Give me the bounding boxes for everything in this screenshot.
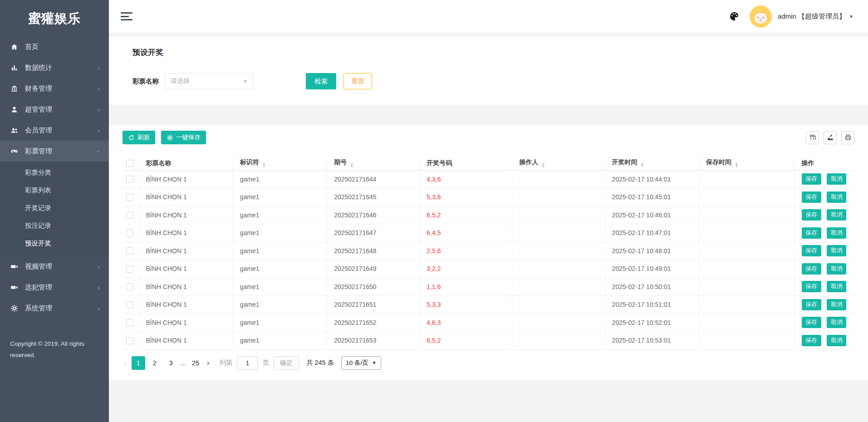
cell-draw-numbers: 4,3,6 <box>420 170 512 188</box>
user-menu[interactable]: admin 【超级管理员】 ▼ <box>778 12 853 21</box>
goto-page-input[interactable] <box>237 356 258 370</box>
sidebar-item-label: 超管管理 <box>25 105 52 114</box>
row-checkbox[interactable] <box>126 319 133 326</box>
row-save-button[interactable]: 保存 <box>802 191 821 203</box>
table-panel: 刷新 一键保存 <box>109 125 868 380</box>
select-all-checkbox[interactable] <box>126 160 133 167</box>
row-save-button[interactable]: 保存 <box>802 209 821 221</box>
row-checkbox[interactable] <box>126 265 133 273</box>
cell-save-time <box>699 314 794 332</box>
sidebar-item-lottery[interactable]: 彩票管理 › <box>0 141 109 162</box>
submenu-item-lottery-list[interactable]: 彩票列表 <box>0 182 109 199</box>
row-checkbox[interactable] <box>126 337 133 344</box>
cell-draw-time: 2025-02-17 10:50:01 <box>605 278 699 296</box>
page-number[interactable]: 25 <box>189 356 202 370</box>
sidebar-item-finance[interactable]: 财务管理 › <box>0 78 109 99</box>
menu-toggle-icon[interactable] <box>121 10 132 23</box>
row-cancel-button[interactable]: 取消 <box>827 191 846 203</box>
cell-lottery-name: BÌNH CHỌN 1 <box>139 332 233 350</box>
cell-operator <box>512 242 605 260</box>
avatar[interactable] <box>750 5 772 28</box>
cell-save-time <box>699 206 794 224</box>
chevron-right-icon: › <box>98 106 100 113</box>
gamepad-icon <box>9 147 19 155</box>
row-checkbox[interactable] <box>126 194 133 201</box>
sidebar-item-home[interactable]: 首页 <box>0 36 109 57</box>
next-page-icon[interactable]: › <box>205 358 215 368</box>
row-cancel-button[interactable]: 取消 <box>827 209 846 221</box>
chevron-right-icon: › <box>98 127 100 134</box>
cell-lottery-name: BÌNH CHỌN 1 <box>139 224 233 242</box>
page-number[interactable]: 2 <box>148 356 162 370</box>
sidebar-submenu: 彩票分类 彩票列表 开奖记录 投注记录 预设开奖 <box>0 162 109 256</box>
sidebar-item-superadmin[interactable]: 超管管理 › <box>0 99 109 120</box>
row-cancel-button[interactable]: 取消 <box>827 245 846 256</box>
submenu-item-preset-draw[interactable]: 预设开奖 <box>0 235 109 252</box>
sidebar-item-concubine[interactable]: 选妃管理 › <box>0 277 109 298</box>
row-checkbox[interactable] <box>126 247 133 255</box>
header-issue[interactable]: 期号▲▼ <box>327 157 420 170</box>
row-save-button[interactable]: 保存 <box>802 317 821 328</box>
theme-palette-icon[interactable] <box>729 11 740 22</box>
row-cancel-button[interactable]: 取消 <box>827 299 846 310</box>
columns-icon[interactable] <box>806 131 819 144</box>
row-save-button[interactable]: 保存 <box>802 335 821 346</box>
page-title: 预设开奖 <box>132 47 854 58</box>
row-cancel-button[interactable]: 取消 <box>827 227 846 239</box>
prev-page-icon[interactable]: ‹ <box>123 358 132 368</box>
header-save-time[interactable]: 保存时间▲▼ <box>699 157 794 170</box>
page-number[interactable]: 3 <box>164 356 178 370</box>
cell-lottery-name: BÌNH CHỌN 1 <box>139 170 233 188</box>
main-area: admin 【超级管理员】 ▼ 预设开奖 彩票名称 请选择 ▼ 检索 重置 <box>109 0 868 422</box>
row-cancel-button[interactable]: 取消 <box>827 263 846 275</box>
goto-confirm-button[interactable]: 确定 <box>274 356 299 370</box>
sort-icon[interactable]: ▲▼ <box>541 162 545 168</box>
row-checkbox[interactable] <box>126 176 133 183</box>
page-size-select[interactable]: 10 条/页 ▼ <box>341 356 381 370</box>
row-cancel-button[interactable]: 取消 <box>827 173 846 185</box>
sidebar-item-video[interactable]: 视频管理 › <box>0 256 109 277</box>
submenu-item-draw-records[interactable]: 开奖记录 <box>0 199 109 217</box>
save-all-button[interactable]: 一键保存 <box>161 131 206 144</box>
export-icon[interactable] <box>824 131 837 144</box>
reset-button[interactable]: 重置 <box>343 73 372 89</box>
row-save-button[interactable]: 保存 <box>802 281 821 292</box>
row-save-button[interactable]: 保存 <box>802 299 821 310</box>
refresh-button[interactable]: 刷新 <box>123 131 155 144</box>
sort-icon[interactable]: ▲▼ <box>350 162 353 168</box>
sidebar-item-statistics[interactable]: 数据统计 › <box>0 57 109 78</box>
submenu-item-bet-records[interactable]: 投注记录 <box>0 217 109 235</box>
row-checkbox[interactable] <box>126 283 133 290</box>
print-icon[interactable] <box>841 131 854 144</box>
sort-icon[interactable]: ▲▼ <box>262 162 266 168</box>
row-cancel-button[interactable]: 取消 <box>827 281 846 292</box>
page-number[interactable]: 1 <box>132 356 145 370</box>
table-row: BÌNH CHỌN 1 game1 202502171647 6,4,5 202… <box>123 224 854 242</box>
preset-draw-table: 彩票名称 标识符▲▼ 期号▲▼ 开奖号码 操作人▲▼ 开奖时间▲▼ 保存时间▲▼… <box>123 157 854 350</box>
sidebar-item-system[interactable]: 系统管理 › <box>0 298 109 319</box>
row-cancel-button[interactable]: 取消 <box>827 335 846 346</box>
cell-code: game1 <box>233 170 327 188</box>
header-operator[interactable]: 操作人▲▼ <box>512 157 605 170</box>
row-checkbox[interactable] <box>126 211 133 219</box>
sort-icon[interactable]: ▲▼ <box>641 162 644 168</box>
row-checkbox[interactable] <box>126 301 133 309</box>
sort-icon[interactable]: ▲▼ <box>735 162 738 168</box>
cell-lottery-name: BÌNH CHỌN 1 <box>139 242 233 260</box>
row-save-button[interactable]: 保存 <box>802 245 821 256</box>
sidebar-item-members[interactable]: 会员管理 › <box>0 120 109 141</box>
row-save-button[interactable]: 保存 <box>802 227 821 239</box>
row-save-button[interactable]: 保存 <box>802 173 821 185</box>
cell-issue: 202502171653 <box>327 332 420 350</box>
header-draw-time[interactable]: 开奖时间▲▼ <box>605 157 699 170</box>
submenu-item-lottery-category[interactable]: 彩票分类 <box>0 164 109 182</box>
header-code[interactable]: 标识符▲▼ <box>233 157 327 170</box>
lottery-name-select[interactable]: 请选择 ▼ <box>165 73 254 89</box>
cell-issue: 202502171652 <box>327 314 420 332</box>
row-cancel-button[interactable]: 取消 <box>827 317 846 328</box>
topbar: admin 【超级管理员】 ▼ <box>109 0 868 33</box>
row-save-button[interactable]: 保存 <box>802 263 821 275</box>
search-button[interactable]: 检索 <box>306 73 336 89</box>
row-checkbox[interactable] <box>126 230 133 237</box>
cell-draw-numbers: 6,5,2 <box>420 332 512 350</box>
